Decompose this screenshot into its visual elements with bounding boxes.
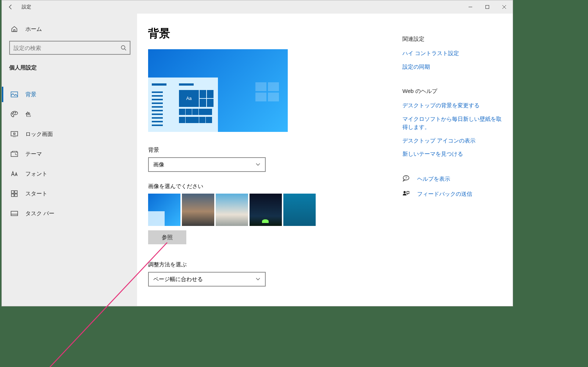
svg-rect-10 [11,132,18,136]
svg-rect-13 [11,152,18,156]
sidebar-item-theme[interactable]: テーマ [2,144,137,164]
svg-text:?: ? [405,176,407,180]
related-link-high-contrast[interactable]: ハイ コントラスト設定 [402,49,505,58]
sidebar-item-label: スタート [25,190,47,197]
theme-icon [11,151,18,157]
titlebar: 設定 [2,0,513,14]
window-title: 設定 [19,4,31,10]
fit-select-label: 調整方法を選ぶ [148,261,391,268]
sidebar-item-start[interactable]: スタート [2,184,137,204]
picture-icon [11,91,18,97]
sidebar-item-label: フォント [25,170,47,177]
image-thumb-2[interactable] [182,194,214,226]
related-settings-title: 関連設定 [402,36,505,43]
home-icon [11,26,18,32]
page-heading: 背景 [148,26,391,41]
svg-rect-14 [11,191,14,193]
lockscreen-icon [11,131,18,137]
web-link-desktop-icons[interactable]: デスクトップ アイコンの表示 [402,137,505,145]
chevron-down-icon [255,162,261,168]
image-thumbnails [148,194,391,226]
search-icon [117,45,130,51]
image-thumb-1[interactable] [148,194,180,226]
home-link[interactable]: ホーム [2,22,137,36]
image-thumb-4[interactable] [250,194,282,226]
palette-icon [11,111,18,118]
feedback-icon [402,190,410,198]
back-button[interactable] [2,0,19,14]
svg-line-5 [125,49,126,50]
sidebar-item-label: 色 [25,111,31,118]
sidebar-item-label: タスク バー [25,210,54,217]
help-icon: ? [402,175,410,183]
start-icon [11,190,18,197]
sidebar-item-label: ロック画面 [25,131,53,138]
home-label: ホーム [25,26,42,33]
search-input-wrapper[interactable] [9,41,130,55]
feedback-link-label: フィードバックの送信 [417,191,472,198]
preview-tile-aa: Aa [179,90,199,107]
help-link[interactable]: ? ヘルプを表示 [402,175,505,183]
close-button[interactable] [496,0,513,14]
sidebar: ホーム 個人用設定 背景 色 [2,14,137,306]
web-link-daily-wallpaper[interactable]: マイクロソフトから毎日新しい壁紙を取得します。 [402,115,505,132]
sidebar-item-font[interactable]: フォント [2,164,137,184]
sidebar-item-lockscreen[interactable]: ロック画面 [2,124,137,144]
background-select[interactable]: 画像 [148,157,266,172]
font-icon [11,171,18,177]
image-thumb-3[interactable] [216,194,248,226]
related-link-sync[interactable]: 設定の同期 [402,63,505,71]
sidebar-section-title: 個人用設定 [2,60,137,78]
svg-rect-17 [15,194,17,197]
svg-rect-1 [486,6,489,9]
sidebar-item-background[interactable]: 背景 [2,84,137,104]
background-preview: Aa [148,49,288,132]
taskbar-icon [11,211,18,216]
main-panel: 背景 Aa [137,14,513,306]
browse-button[interactable]: 参照 [148,230,186,244]
right-sidebar: 関連設定 ハイ コントラスト設定 設定の同期 Web のヘルプ デスクトップの背… [402,14,513,306]
chevron-down-icon [255,276,261,283]
sidebar-item-label: テーマ [25,151,42,158]
svg-point-9 [15,112,16,113]
sidebar-item-color[interactable]: 色 [2,104,137,124]
svg-point-7 [12,114,13,114]
svg-point-22 [404,191,406,193]
svg-point-8 [13,112,14,113]
maximize-button[interactable] [479,0,496,14]
background-select-value: 画像 [153,161,164,168]
background-select-label: 背景 [148,147,391,154]
svg-rect-16 [11,194,14,197]
svg-rect-12 [14,133,15,134]
settings-window: 設定 ホーム 個人用設定 [1,0,513,306]
web-link-new-themes[interactable]: 新しいテーマを見つける [402,150,505,158]
web-link-change-bg[interactable]: デスクトップの背景を変更する [402,101,505,110]
svg-point-4 [121,46,125,49]
web-help-title: Web のヘルプ [402,88,505,95]
search-input[interactable] [10,42,117,54]
fit-select[interactable]: ページ幅に合わせる [148,272,266,287]
sidebar-nav: 背景 色 ロック画面 テーマ フォント [2,78,137,223]
svg-rect-18 [11,211,18,216]
svg-rect-15 [15,191,17,193]
fit-select-value: ページ幅に合わせる [153,276,203,283]
sidebar-item-label: 背景 [25,91,36,98]
image-thumb-5[interactable] [283,194,316,226]
choose-image-label: 画像を選んでください [148,183,391,190]
feedback-link[interactable]: フィードバックの送信 [402,190,505,198]
help-link-label: ヘルプを表示 [417,176,450,183]
sidebar-item-taskbar[interactable]: タスク バー [2,204,137,223]
minimize-button[interactable] [462,0,479,14]
